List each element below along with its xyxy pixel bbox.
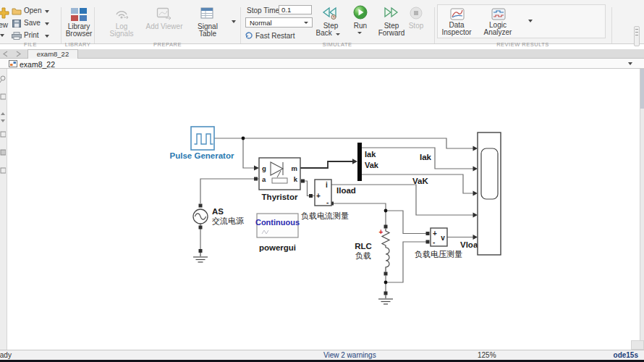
step-back-line2[interactable]: Back [313,30,342,37]
run-caret[interactable] [357,32,362,34]
save-dropdown-caret[interactable] [45,22,49,25]
save-button[interactable]: Save [24,20,41,27]
add-viewer-button[interactable]: Add Viewer [145,23,183,30]
review-gallery-caret[interactable] [528,20,533,22]
step-forward-line2: Forward [377,30,406,37]
logic-analyzer-icon [491,8,506,22]
view-warnings-link[interactable]: View 2 warnings [323,351,376,359]
divider [94,7,95,43]
pulse-generator-label: Pulse Generator [170,151,234,160]
new-model-icon [0,7,9,20]
stop-button[interactable]: Stop [404,22,428,30]
print-button[interactable]: Print [24,32,39,39]
thyristor-port-m: m [292,164,297,172]
section-label-library: LIBRARY [61,41,95,49]
voltage-meas-plus: + [433,230,437,237]
new-button[interactable]: New [0,22,8,29]
scope-screen-icon [481,148,498,199]
log-signals-icon [114,7,130,22]
breadcrumb-bar [0,59,644,69]
pulse-generator-block[interactable]: Pulse Generator [170,127,234,160]
section-label-prepare: PREPARE [94,41,241,49]
fast-restart-toggle[interactable]: Fast Restart [255,33,295,40]
step-back-caret [336,33,340,35]
signal-label-iload[interactable]: Iload [336,186,356,195]
ground-source[interactable] [193,253,208,262]
thyristor-port-k: k [294,175,298,183]
open-button[interactable]: Open [24,7,41,14]
scope-block[interactable] [478,132,501,255]
powergui-label: powergui [259,243,296,252]
ac-source-caption: 交流电源 [212,216,244,225]
demux-out-vak-label: Vak [365,161,379,169]
stop-time-input[interactable] [279,5,312,14]
ground-load[interactable] [378,295,393,305]
ac-source-block[interactable]: AS 交流电源 [193,207,244,225]
signal-label-vak[interactable]: VaK [412,177,428,185]
breadcrumb-model-name[interactable]: exam8_22 [20,60,55,69]
vertical-scrollbar-thumb[interactable] [640,69,644,109]
thyristor-block[interactable]: g a m k Thyristor [259,158,300,201]
wire-pulse-to-gate [243,138,254,168]
thyristor-label: Thyristor [262,193,298,201]
document-tabbar [0,49,644,59]
physical-wires[interactable] [200,179,428,293]
breadcrumb-caret[interactable] [628,62,632,65]
prepare-gallery-caret[interactable] [232,20,236,23]
divider [611,7,612,43]
current-meas-minus: - [326,198,329,206]
divider [434,7,435,43]
model-canvas[interactable]: Pulse Generator g a m k Thyristor Iak Va… [7,69,640,350]
palette-icons[interactable] [0,72,6,195]
rlc-caption: 负载 [355,251,371,260]
tab-exam8-22[interactable]: exam8_22 [27,49,78,59]
wire-m-to-demux[interactable] [300,161,353,168]
run-icon[interactable] [353,5,368,21]
block-diagram: Pulse Generator g a m k Thyristor Iak Va… [7,69,640,350]
panel-collapse-handle[interactable] [634,26,640,46]
signal-table-icon [200,7,215,21]
stop-icon [410,7,423,21]
signal-table-button[interactable]: Signal Table [189,23,226,38]
wire-to-vmeas-minus [386,242,428,282]
vertical-scrollbar[interactable] [640,69,644,350]
voltage-measurement-block[interactable]: + - v 负载电压测量 [415,228,462,258]
powergui-block[interactable]: Continuous powergui [255,214,300,252]
wire-source-to-anode [200,179,259,203]
new-dropdown-caret[interactable] [0,34,4,37]
logic-analyzer-button[interactable]: Logic Analyzer [477,22,519,36]
step-forward-icon [382,6,399,22]
divider [240,7,241,43]
step-forward-label: Forward [378,29,405,37]
tab-nav-back-icon[interactable] [2,51,9,59]
library-browser-button[interactable]: Library Browser [62,23,96,38]
data-inspector-button[interactable]: Data Inspector [436,22,478,36]
current-meas-caption: 负载电流测量 [301,211,349,220]
simulation-mode-value: Normal [250,19,272,27]
rlc-name: RLC [355,242,372,251]
stop-time-label: Stop Time [247,7,279,14]
voltage-meas-v: v [441,234,445,242]
solver-name[interactable]: ode15s [614,351,638,359]
print-icon [12,32,22,41]
signal-label-iak[interactable]: Iak [420,153,432,161]
current-meas-plus: + [316,192,321,200]
scrollbar-corner [631,340,644,350]
left-palette [0,69,7,350]
model-icon [9,60,17,69]
rlc-load-block[interactable]: + RLC 负载 [355,228,389,272]
open-dropdown-caret[interactable] [45,10,49,13]
tab-nav-forward-icon[interactable] [14,51,22,59]
voltage-meas-minus: - [433,238,435,246]
port-connectors [199,177,430,295]
simulation-mode-select[interactable]: Normal [245,17,313,28]
section-label-file: FILE [0,41,61,49]
log-signals-button[interactable]: Log Signals [103,23,140,38]
demux-out-iak-label: Iak [365,150,376,159]
voltage-meas-caption: 负载电压测量 [415,250,462,258]
run-button[interactable]: Run [349,22,372,30]
wire-iak [362,148,473,169]
mode-caret [304,22,308,24]
print-dropdown-caret[interactable] [45,35,49,38]
demux-block[interactable]: Iak Vak [357,143,379,181]
